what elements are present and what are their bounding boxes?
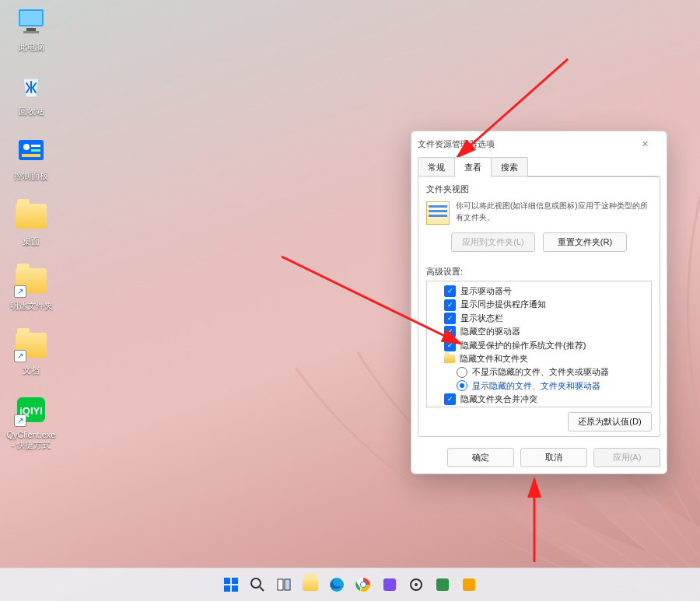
desktop-icon-iqiyi[interactable]: iQIYI QyClient.exe - 快捷方式 bbox=[6, 394, 56, 450]
advanced-item-label[interactable]: 不显示隐藏的文件、文件夹或驱动器 bbox=[472, 366, 609, 378]
advanced-item-label[interactable]: 显示驱动器号 bbox=[460, 285, 512, 297]
svg-rect-3 bbox=[23, 31, 39, 33]
folder-icon bbox=[16, 265, 47, 296]
restore-defaults-button[interactable]: 还原为默认值(D) bbox=[568, 412, 652, 432]
advanced-item-label[interactable]: 隐藏文件和文件夹 bbox=[460, 353, 528, 365]
checkbox[interactable] bbox=[444, 313, 456, 324]
svg-rect-16 bbox=[224, 585, 230, 592]
ok-button[interactable]: 确定 bbox=[447, 448, 514, 467]
start-button[interactable] bbox=[221, 575, 241, 595]
folder-thumb-icon bbox=[426, 201, 450, 225]
advanced-item[interactable]: 隐藏受保护的操作系统文件(推荐) bbox=[429, 339, 649, 352]
checkbox[interactable] bbox=[444, 326, 456, 337]
desktop-icon-label: 桌面 bbox=[23, 236, 40, 246]
dialog-button-row: 确定 取消 应用(A) bbox=[411, 443, 667, 473]
svg-rect-1 bbox=[20, 11, 42, 25]
advanced-item-label[interactable]: 隐藏空的驱动器 bbox=[460, 326, 520, 337]
checkbox[interactable] bbox=[444, 340, 456, 351]
folder-icon bbox=[444, 355, 455, 363]
advanced-item-label[interactable]: 显示同步提供程序通知 bbox=[460, 299, 546, 310]
svg-point-5 bbox=[23, 144, 30, 150]
tab-view[interactable]: 查看 bbox=[454, 157, 492, 177]
folder-icon bbox=[16, 330, 47, 361]
svg-rect-15 bbox=[232, 578, 238, 584]
svg-rect-14 bbox=[224, 578, 230, 584]
taskbar-app-icon-2[interactable] bbox=[432, 575, 453, 595]
svg-point-18 bbox=[251, 578, 261, 588]
advanced-item[interactable]: 显示同步提供程序通知 bbox=[429, 298, 649, 311]
taskbar-app-icon-3[interactable] bbox=[459, 575, 479, 595]
folder-options-dialog: 文件资源管理器选项 ✕ 常规 查看 搜索 文件夹视图 你可以将此视图(如详细信息… bbox=[411, 131, 667, 474]
desktop-icon-folder-desktop[interactable]: 桌面 bbox=[6, 201, 56, 246]
advanced-item[interactable]: 显示驱动器号 bbox=[429, 285, 649, 298]
folder-icon bbox=[16, 201, 47, 232]
desktop-icon-label: 回收站 bbox=[19, 107, 44, 117]
desktop-icon-folder-mingda[interactable]: 明达文件夹 bbox=[6, 265, 56, 311]
desktop-icon-label: 此电脑 bbox=[19, 42, 44, 52]
svg-rect-17 bbox=[232, 585, 238, 592]
desktop-icon-recycle-bin[interactable]: 回收站 bbox=[6, 71, 56, 117]
taskbar-settings-icon[interactable] bbox=[406, 575, 426, 595]
desktop-icon-label: 控制面板 bbox=[14, 171, 48, 181]
close-button[interactable]: ✕ bbox=[629, 136, 660, 152]
folder-views-help: 你可以将此视图(如详细信息或图标)应用于这种类型的所有文件夹。 bbox=[456, 200, 652, 223]
radio[interactable] bbox=[457, 380, 467, 391]
advanced-item-label[interactable]: 显示隐藏的文件、文件夹和驱动器 bbox=[472, 380, 600, 392]
checkbox[interactable] bbox=[444, 299, 456, 311]
close-icon: ✕ bbox=[642, 139, 649, 149]
apply-button[interactable]: 应用(A) bbox=[593, 448, 660, 467]
advanced-item[interactable]: 隐藏文件和文件夹 bbox=[429, 352, 649, 365]
svg-point-28 bbox=[415, 583, 418, 586]
svg-rect-7 bbox=[31, 149, 40, 152]
desktop-icon-label: QyClient.exe - 快捷方式 bbox=[6, 430, 56, 450]
iqiyi-icon: iQIYI bbox=[16, 394, 47, 425]
control-panel-icon bbox=[16, 135, 47, 166]
desktop-icon-label: 明达文件夹 bbox=[10, 301, 53, 311]
checkbox[interactable] bbox=[444, 393, 456, 405]
svg-rect-30 bbox=[463, 578, 475, 591]
advanced-item[interactable]: 隐藏已知文件类型的扩展名 bbox=[429, 407, 649, 407]
apply-to-folders-button[interactable]: 应用到文件夹(L) bbox=[451, 232, 535, 252]
dialog-body: 文件夹视图 你可以将此视图(如详细信息或图标)应用于这种类型的所有文件夹。 应用… bbox=[418, 176, 660, 437]
advanced-item-label[interactable]: 显示状态栏 bbox=[460, 313, 503, 324]
advanced-item-label[interactable]: 隐藏文件夹合并冲突 bbox=[460, 393, 537, 405]
svg-rect-21 bbox=[285, 579, 290, 590]
advanced-item[interactable]: 不显示隐藏的文件、文件夹或驱动器 bbox=[429, 365, 649, 379]
svg-rect-6 bbox=[31, 145, 40, 147]
checkbox[interactable] bbox=[444, 285, 456, 297]
cancel-button[interactable]: 取消 bbox=[520, 448, 587, 467]
dialog-titlebar[interactable]: 文件资源管理器选项 ✕ bbox=[411, 131, 667, 156]
dialog-tabs: 常规 查看 搜索 bbox=[411, 156, 667, 176]
annotation-arrow-ok bbox=[523, 473, 546, 566]
tab-search[interactable]: 搜索 bbox=[491, 157, 528, 177]
taskbar-explorer-icon[interactable] bbox=[300, 575, 320, 595]
advanced-item[interactable]: 隐藏文件夹合并冲突 bbox=[429, 393, 649, 406]
taskbar[interactable] bbox=[0, 568, 700, 601]
desktop-icon-this-pc[interactable]: 此电脑 bbox=[6, 6, 56, 52]
folder-views-label: 文件夹视图 bbox=[426, 183, 652, 195]
svg-rect-26 bbox=[383, 578, 396, 591]
dialog-title: 文件资源管理器选项 bbox=[418, 138, 629, 150]
svg-rect-20 bbox=[278, 579, 283, 590]
reset-folders-button[interactable]: 重置文件夹(R) bbox=[543, 232, 627, 252]
desktop-icon-label: 文档 bbox=[23, 365, 40, 376]
task-view-button[interactable] bbox=[274, 575, 294, 595]
advanced-settings-list[interactable]: 显示驱动器号显示同步提供程序通知显示状态栏隐藏空的驱动器隐藏受保护的操作系统文件… bbox=[426, 281, 652, 407]
advanced-label: 高级设置: bbox=[418, 266, 660, 281]
svg-rect-29 bbox=[436, 578, 449, 591]
radio[interactable] bbox=[457, 367, 467, 378]
advanced-item[interactable]: 显示隐藏的文件、文件夹和驱动器 bbox=[429, 379, 649, 393]
advanced-item-label[interactable]: 隐藏受保护的操作系统文件(推荐) bbox=[460, 340, 586, 351]
recycle-bin-icon bbox=[16, 71, 47, 102]
tab-general[interactable]: 常规 bbox=[418, 157, 455, 177]
search-button[interactable] bbox=[247, 575, 268, 595]
desktop-icon-folder-documents[interactable]: 文档 bbox=[6, 330, 56, 376]
desktop-icon-control-panel[interactable]: 控制面板 bbox=[6, 135, 56, 181]
svg-text:iQIYI: iQIYI bbox=[19, 405, 43, 417]
advanced-item[interactable]: 显示状态栏 bbox=[429, 312, 649, 325]
taskbar-edge-icon[interactable] bbox=[327, 575, 347, 595]
monitor-icon bbox=[16, 6, 47, 37]
taskbar-chrome-icon[interactable] bbox=[353, 575, 373, 595]
advanced-item[interactable]: 隐藏空的驱动器 bbox=[429, 325, 649, 338]
taskbar-app-icon-1[interactable] bbox=[380, 575, 400, 595]
